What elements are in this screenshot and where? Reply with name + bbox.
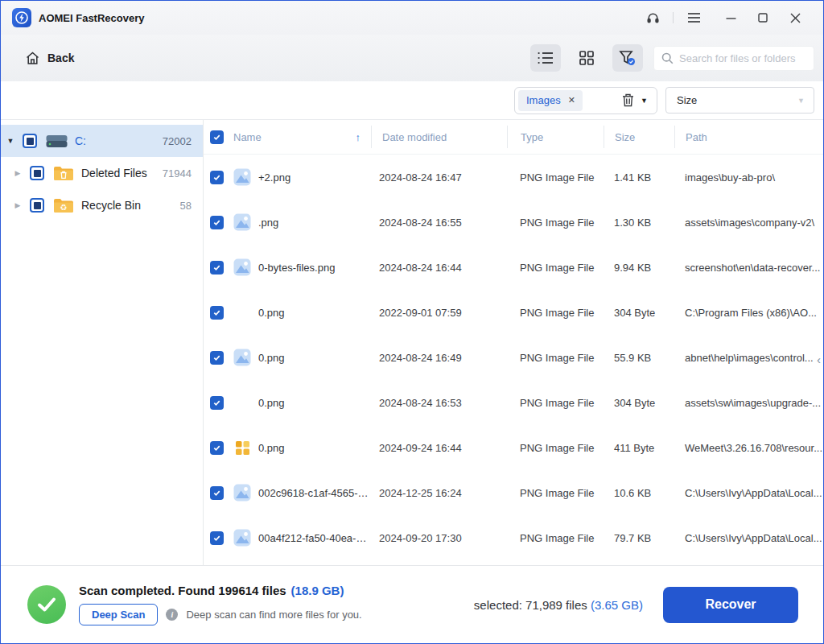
file-name: 0.png [258, 442, 285, 454]
file-size: 9.94 KB [604, 262, 674, 274]
tree-checkbox[interactable] [30, 198, 44, 213]
row-checkbox[interactable] [210, 486, 224, 500]
file-date: 2024-12-25 16:24 [371, 487, 507, 499]
title-bar: AOMEI FastRecovery [1, 1, 823, 35]
row-checkbox[interactable] [210, 396, 224, 410]
tree-item-count: 72002 [163, 135, 192, 147]
search-box [653, 46, 814, 71]
sort-ascending-icon[interactable]: ↑ [356, 131, 361, 143]
recover-button[interactable]: Recover [663, 587, 798, 623]
column-header-size[interactable]: Size [604, 126, 674, 148]
size-dropdown[interactable]: Size ▼ [665, 87, 814, 114]
tree-collapse-icon[interactable]: ▶ [13, 169, 23, 177]
trash-icon[interactable] [622, 93, 634, 107]
file-path: C:\Users\Ivy\AppData\Local... [674, 487, 823, 499]
menu-icon[interactable] [680, 6, 707, 30]
row-checkbox[interactable] [210, 531, 224, 545]
tree-item-deleted-files[interactable]: ▶ Deleted Files 71944 [1, 157, 203, 189]
file-path: C:\Users\Ivy\AppData\Local... [674, 532, 823, 544]
size-caret-icon: ▼ [797, 97, 805, 105]
column-header-path[interactable]: Path [674, 126, 823, 148]
tree-item-count: 71944 [163, 167, 192, 180]
column-header-type[interactable]: Type [507, 126, 604, 148]
tree-collapse-icon[interactable]: ▶ [13, 201, 23, 209]
list-view-button[interactable] [530, 44, 561, 72]
tree-item-drive-c[interactable]: ▼ C: 72002 [1, 125, 203, 157]
file-date: 2024-08-24 16:55 [371, 217, 507, 229]
file-icon-blank [233, 303, 251, 321]
tree-item-count: 58 [180, 200, 192, 212]
file-type: PNG Image File [507, 532, 604, 544]
file-date: 2024-08-24 16:44 [371, 262, 507, 274]
grid-view-button[interactable] [571, 44, 602, 72]
file-size: 304 Byte [604, 307, 674, 319]
column-header-name[interactable]: Name [233, 131, 262, 143]
row-checkbox[interactable] [210, 171, 224, 184]
table-row[interactable]: 0-bytes-files.png 2024-08-24 16:44 PNG I… [204, 245, 823, 290]
titlebar-divider [673, 12, 674, 23]
filter-chip-images[interactable]: Images ✕ [518, 90, 583, 111]
file-path: screenshot\en\data-recover... [674, 262, 823, 274]
file-size: 1.30 KB [604, 217, 674, 229]
file-date: 2024-08-24 16:53 [371, 397, 507, 409]
tree-checkbox[interactable] [23, 134, 37, 148]
filter-type-box: Images ✕ ▼ [514, 87, 657, 114]
table-row[interactable]: .png 2024-08-24 16:55 PNG Image File 1.3… [204, 200, 823, 245]
row-checkbox[interactable] [210, 306, 224, 320]
close-button[interactable] [781, 6, 809, 30]
table-row[interactable]: +2.png 2024-08-24 16:47 PNG Image File 1… [204, 155, 823, 200]
file-name: 0-bytes-files.png [258, 262, 335, 274]
file-date: 2024-09-20 17:30 [371, 532, 507, 544]
svg-text:♻: ♻ [60, 203, 68, 212]
tree-item-recycle-bin[interactable]: ▶ ♻ Recycle Bin 58 [1, 189, 203, 221]
file-size: 79.7 KB [604, 532, 674, 544]
file-path: images\buy-ab-pro\ [674, 171, 823, 184]
file-name: 00a4f212-fa50-40ea-91d8... [258, 532, 371, 544]
deep-scan-button[interactable]: Deep Scan [79, 604, 158, 625]
chip-close-icon[interactable]: ✕ [568, 95, 575, 105]
back-button[interactable]: Back [25, 51, 74, 66]
image-file-icon [233, 529, 251, 547]
table-row[interactable]: 0.png 2024-09-24 16:44 PNG Image File 41… [204, 425, 823, 470]
scan-status-text: Scan completed. Found 199614 files [79, 584, 286, 597]
file-date: 2022-09-01 07:59 [371, 307, 507, 319]
image-file-icon [233, 168, 251, 186]
app-logo-icon [12, 8, 31, 27]
sidebar-tree: ▼ C: 72002 ▶ [1, 120, 204, 565]
tree-item-label: Recycle Bin [81, 199, 180, 212]
drive-icon [46, 134, 68, 148]
main-area: ▼ C: 72002 ▶ [1, 120, 823, 565]
file-size: 1.41 KB [604, 171, 674, 184]
folder-recycle-icon: ♻ [53, 197, 74, 213]
table-row[interactable]: 0.png 2024-08-24 16:49 PNG Image File 55… [204, 335, 823, 380]
minimize-button[interactable] [717, 6, 744, 30]
table-row[interactable]: 0.png 2024-08-24 16:53 PNG Image File 30… [204, 380, 823, 425]
selected-count-text: selected: 71,989 files [474, 598, 587, 612]
table-row[interactable]: 002c9618-c1af-4565-86ca... 2024-12-25 16… [204, 470, 823, 515]
file-type: PNG Image File [507, 307, 604, 319]
tree-expand-icon[interactable]: ▼ [6, 137, 15, 145]
table-header: Name ↑ Date modified Type Size Path [204, 120, 823, 155]
maximize-button[interactable] [749, 6, 777, 30]
scan-size-text: (18.9 GB) [291, 584, 344, 597]
file-size: 55.9 KB [604, 352, 674, 364]
table-row[interactable]: 0.png 2022-09-01 07:59 PNG Image File 30… [204, 290, 823, 335]
search-input[interactable] [679, 52, 821, 64]
row-checkbox[interactable] [210, 216, 224, 229]
image-file-icon [233, 213, 251, 231]
file-path: assets\sw\images\upgrade-... [674, 397, 823, 409]
file-size: 10.6 KB [604, 487, 674, 499]
row-checkbox[interactable] [210, 351, 224, 365]
row-checkbox[interactable] [210, 261, 224, 275]
tree-item-label: Deleted Files [81, 167, 163, 180]
support-headset-icon[interactable] [639, 6, 666, 30]
filter-caret-icon[interactable]: ▼ [641, 97, 648, 105]
preview-panel-toggle-icon[interactable]: ‹ [817, 353, 821, 365]
row-checkbox[interactable] [210, 441, 224, 455]
table-row[interactable]: 00a4f212-fa50-40ea-91d8... 2024-09-20 17… [204, 515, 823, 560]
column-header-date[interactable]: Date modified [371, 126, 507, 148]
tree-checkbox[interactable] [30, 166, 44, 180]
scan-success-icon [27, 585, 66, 624]
select-all-checkbox[interactable] [210, 130, 224, 144]
filter-button[interactable] [612, 44, 643, 72]
